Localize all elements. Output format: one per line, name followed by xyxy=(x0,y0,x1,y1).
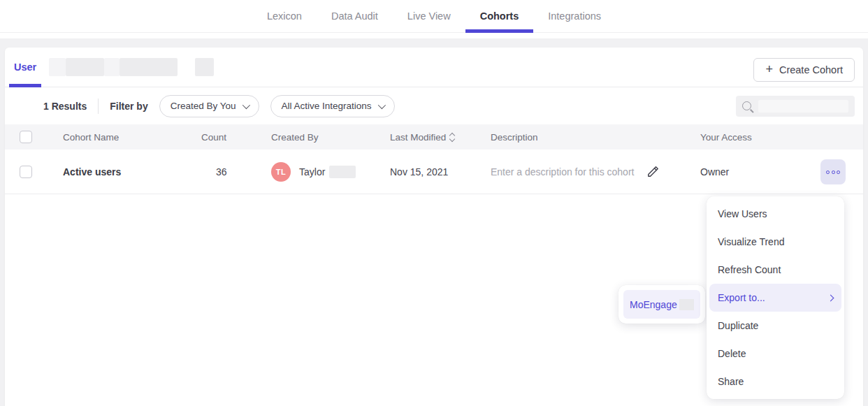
select-all-checkbox[interactable] xyxy=(20,131,32,143)
redacted-block xyxy=(66,58,104,76)
menu-item-label: Export to... xyxy=(718,292,765,303)
redacted-block xyxy=(120,58,178,76)
redacted-block xyxy=(195,58,214,76)
table-header: Cohort Name Count Created By Last Modifi… xyxy=(5,124,863,150)
menu-item-label: Duplicate xyxy=(718,320,758,331)
nav-tab-data-audit[interactable]: Data Audit xyxy=(317,0,393,32)
plus-icon: + xyxy=(765,63,773,75)
description-placeholder[interactable]: Enter a description for this cohort xyxy=(491,166,634,177)
redacted-tabs xyxy=(49,58,214,76)
filter-bar: 1 Results Filter by Created By You All A… xyxy=(5,87,863,124)
kebab-icon xyxy=(826,171,830,174)
header-description: Description xyxy=(491,132,700,143)
search-input[interactable] xyxy=(736,96,855,117)
avatar: TL xyxy=(271,162,291,182)
row-more-options-button[interactable] xyxy=(820,159,846,184)
created-by-cell: TL Taylor xyxy=(271,162,390,182)
redacted-block xyxy=(104,58,120,76)
menu-item-label: Delete xyxy=(718,348,746,359)
results-count: 1 Results xyxy=(43,101,87,112)
menu-item-view-users[interactable]: View Users xyxy=(709,200,841,228)
menu-item-duplicate[interactable]: Duplicate xyxy=(709,312,841,340)
create-cohort-button[interactable]: + Create Cohort xyxy=(753,58,855,82)
header-created-by: Created By xyxy=(271,132,390,143)
tab-user[interactable]: User xyxy=(9,48,41,87)
chevron-down-icon xyxy=(377,101,385,108)
search-icon xyxy=(742,101,751,110)
table-row: Active users 36 TL Taylor Nov 15, 2021 E… xyxy=(5,150,863,194)
top-bar: Lexicon Data Audit Live View Cohorts Int… xyxy=(0,0,868,38)
divider xyxy=(98,99,99,114)
nav-tab-cohorts[interactable]: Cohorts xyxy=(465,0,534,32)
menu-item-refresh-count[interactable]: Refresh Count xyxy=(709,256,841,284)
menu-item-share[interactable]: Share xyxy=(709,368,841,396)
cohort-name-link[interactable]: Active users xyxy=(63,166,121,177)
integrations-dropdown[interactable]: All Active Integrations xyxy=(270,95,395,117)
filter-by-label: Filter by xyxy=(110,101,147,112)
submenu-item-label: MoEngage xyxy=(630,299,677,310)
main-nav: Lexicon Data Audit Live View Cohorts Int… xyxy=(0,0,868,33)
row-context-menu: View Users Visualize Trend Refresh Count… xyxy=(707,196,844,399)
redacted-block xyxy=(49,58,66,76)
nav-tab-lexicon[interactable]: Lexicon xyxy=(252,0,317,32)
header-checkbox-cell xyxy=(5,131,63,143)
header-your-access: Your Access xyxy=(700,132,863,143)
cohort-count: 36 xyxy=(201,166,271,177)
sort-icon[interactable] xyxy=(450,133,454,141)
nav-tab-integrations[interactable]: Integrations xyxy=(533,0,616,32)
menu-item-label: View Users xyxy=(718,208,767,219)
row-checkbox-cell xyxy=(5,166,63,178)
export-submenu: MoEngage xyxy=(619,285,705,324)
cohort-type-tabs: User + Create Cohort xyxy=(5,48,863,87)
redacted-block xyxy=(329,166,356,178)
create-cohort-label: Create Cohort xyxy=(779,64,843,75)
menu-item-visualize-trend[interactable]: Visualize Trend xyxy=(709,228,841,256)
nav-tab-live-view[interactable]: Live View xyxy=(393,0,465,32)
created-by-name: Taylor xyxy=(299,166,325,177)
redacted-block xyxy=(679,299,694,310)
submenu-item-moengage[interactable]: MoEngage xyxy=(623,290,700,319)
header-last-modified-label: Last Modified xyxy=(390,132,446,143)
pencil-icon[interactable] xyxy=(646,165,660,178)
chevron-down-icon xyxy=(242,101,249,108)
header-last-modified[interactable]: Last Modified xyxy=(390,132,491,143)
created-by-dropdown[interactable]: Created By You xyxy=(159,95,259,117)
created-by-dropdown-value: Created By You xyxy=(171,101,236,111)
redacted-block xyxy=(758,100,848,113)
row-checkbox[interactable] xyxy=(20,166,32,178)
kebab-icon xyxy=(837,171,840,174)
chevron-right-icon xyxy=(827,294,834,301)
menu-item-label: Visualize Trend xyxy=(718,236,784,247)
last-modified-cell: Nov 15, 2021 xyxy=(390,166,491,177)
header-count: Count xyxy=(201,132,271,143)
kebab-icon xyxy=(832,171,835,174)
menu-item-label: Share xyxy=(718,376,744,387)
menu-item-delete[interactable]: Delete xyxy=(709,340,841,368)
integrations-dropdown-value: All Active Integrations xyxy=(282,101,372,111)
header-cohort-name: Cohort Name xyxy=(63,132,201,143)
menu-item-label: Refresh Count xyxy=(718,264,781,275)
menu-item-export-to[interactable]: Export to... xyxy=(709,284,841,312)
